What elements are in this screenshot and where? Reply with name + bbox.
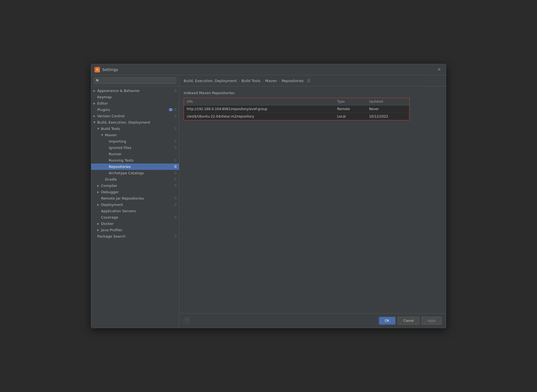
breadcrumb: Build, Execution, Deployment › Build Too… <box>179 75 446 86</box>
table-row[interactable]: http://192.168.0.104:8081/repository/eve… <box>184 105 409 113</box>
breadcrumb-part-2: Build Tools <box>242 79 261 83</box>
sidebar-item-keymap[interactable]: Keymap <box>91 94 179 100</box>
section-title: Indexed Maven Repositories: <box>184 91 441 95</box>
breadcrumb-icon: ☰ <box>307 79 310 83</box>
main-content: 🔍 ▶ Appearance & Behavior ☰ Keymap <box>91 75 446 328</box>
repo-table: URL Type Updated http://192.168.0.104:80… <box>184 98 409 120</box>
sidebar-item-label: Deployment <box>101 203 173 207</box>
settings-icon: ☰ <box>174 108 177 111</box>
table-row[interactable]: //wsl$/Ubuntu-22.04/data/.m2/repository … <box>184 113 409 120</box>
sidebar-item-label: Docker <box>101 222 177 226</box>
arrow-icon: ▼ <box>93 121 97 124</box>
breadcrumb-sep-3: › <box>279 79 280 83</box>
settings-icon: ☰ <box>174 216 177 219</box>
sidebar-item-label: Compiler <box>101 184 173 188</box>
repo-type-2: Local <box>334 113 366 120</box>
title-bar: ⚙ Settings ✕ <box>91 64 446 75</box>
sidebar-item-label: Ignored Files <box>109 146 173 150</box>
settings-icon: ☰ <box>174 197 177 200</box>
sidebar-item-ignored-files[interactable]: Ignored Files ☰ <box>91 145 179 151</box>
window-title: Settings <box>102 67 118 72</box>
sidebar-item-plugins[interactable]: Plugins 2 ☰ <box>91 107 179 113</box>
sidebar-item-version-control[interactable]: ▶ Version Control ☰ <box>91 113 179 119</box>
col-url: URL <box>184 98 334 105</box>
sidebar-item-maven[interactable]: ▼ Maven <box>91 132 179 138</box>
settings-icon: ☰ <box>174 235 177 238</box>
settings-icon: ☰ <box>174 146 177 149</box>
sidebar-item-build-tools[interactable]: ▼ Build Tools ☰ <box>91 126 179 132</box>
sidebar-item-repositories[interactable]: Repositories ☰ <box>91 164 179 170</box>
sidebar-item-label: Repositories <box>109 165 173 169</box>
settings-icon: ☰ <box>174 114 177 118</box>
help-button[interactable]: ? <box>184 318 190 324</box>
table-and-update: URL Type Updated http://192.168.0.104:80… <box>184 98 441 120</box>
repo-table-wrap: URL Type Updated http://192.168.0.104:80… <box>184 98 409 120</box>
close-button[interactable]: ✕ <box>436 66 443 73</box>
sidebar-item-archetype-catalogs[interactable]: Archetype Catalogs ☰ <box>91 170 179 176</box>
col-type: Type <box>334 98 366 105</box>
sidebar-item-build-execution-deployment[interactable]: ▼ Build, Execution, Deployment <box>91 119 179 126</box>
sidebar-item-running-tests[interactable]: Running Tests ☰ <box>91 157 179 164</box>
arrow-icon: ▶ <box>93 115 97 118</box>
sidebar-item-gradle[interactable]: Gradle ☰ <box>91 176 179 183</box>
arrow-icon: ▼ <box>101 134 105 137</box>
sidebar-item-label: Editor <box>97 101 177 105</box>
nav-back-button[interactable]: ← <box>426 78 433 83</box>
cancel-button[interactable]: Cancel <box>398 317 419 325</box>
settings-icon: ☰ <box>174 178 177 181</box>
sidebar-item-deployment[interactable]: ▶ Deployment ☰ <box>91 202 179 208</box>
repo-updated-2: 10/12/2022 <box>366 113 409 120</box>
col-updated: Updated <box>366 98 409 105</box>
app-icon: ⚙ <box>94 67 100 72</box>
table-header-row: URL Type Updated <box>184 98 409 105</box>
sidebar-item-label: Java Profiler <box>101 228 177 232</box>
panel-body: Indexed Maven Repositories: URL Type Upd… <box>179 86 446 313</box>
apply-button[interactable]: Apply <box>422 317 441 325</box>
settings-icon: ☰ <box>174 89 177 92</box>
sidebar-item-label: Build Tools <box>101 127 173 131</box>
action-buttons: OK Cancel Apply <box>379 317 441 325</box>
sidebar-item-application-servers[interactable]: Application Servers <box>91 208 179 214</box>
sidebar-item-importing[interactable]: Importing ☰ <box>91 138 179 145</box>
sidebar-item-coverage[interactable]: Coverage ☰ <box>91 214 179 220</box>
sidebar-item-label: Debugger <box>101 190 177 194</box>
sidebar-item-label: Package Search <box>97 234 173 238</box>
sidebar-item-debugger[interactable]: ▶ Debugger <box>91 189 179 195</box>
sidebar-item-label: Plugins <box>97 108 167 112</box>
sidebar-item-label: Appearance & Behavior <box>97 89 173 93</box>
bottom-bar: ? OK Cancel Apply <box>179 313 446 328</box>
sidebar: 🔍 ▶ Appearance & Behavior ☰ Keymap <box>91 75 179 328</box>
arrow-icon: ▶ <box>93 102 97 105</box>
sidebar-item-label: Application Servers <box>101 209 177 213</box>
sidebar-item-editor[interactable]: ▶ Editor <box>91 100 179 107</box>
sidebar-item-package-search[interactable]: Package Search ☰ <box>91 233 179 239</box>
sidebar-item-appearance-behavior[interactable]: ▶ Appearance & Behavior ☰ <box>91 88 179 94</box>
settings-icon: ☰ <box>174 159 177 162</box>
settings-icon: ☰ <box>174 127 177 130</box>
settings-window: ⚙ Settings ✕ 🔍 ▶ Appearance & Behavior ☰ <box>91 64 446 328</box>
arrow-icon: ▶ <box>97 203 101 206</box>
sidebar-item-runner[interactable]: Runner <box>91 151 179 157</box>
ok-button[interactable]: OK <box>379 317 395 325</box>
repo-url-1: http://192.168.0.104:8081/repository/eve… <box>184 105 334 113</box>
sidebar-item-label: Coverage <box>101 215 173 219</box>
arrow-icon: ▶ <box>97 228 101 232</box>
repo-url-2: //wsl$/Ubuntu-22.04/data/.m2/repository <box>184 113 334 120</box>
repo-type-1: Remote <box>334 105 366 113</box>
settings-icon: ☰ <box>174 203 177 206</box>
search-input[interactable] <box>94 77 176 84</box>
plugins-badge: 2 <box>169 108 173 111</box>
settings-icon: ☰ <box>174 171 177 175</box>
arrow-icon: ▶ <box>97 190 101 194</box>
search-box: 🔍 <box>91 75 179 86</box>
nav-forward-button[interactable]: → <box>434 78 441 83</box>
sidebar-item-compiler[interactable]: ▶ Compiler ☰ <box>91 183 179 189</box>
breadcrumb-sep-2: › <box>262 79 263 83</box>
search-icon: 🔍 <box>96 79 100 83</box>
sidebar-item-java-profiler[interactable]: ▶ Java Profiler <box>91 227 179 233</box>
settings-icon: ☰ <box>174 184 177 187</box>
sidebar-item-remote-jar-repositories[interactable]: Remote Jar Repositories ☰ <box>91 195 179 202</box>
breadcrumb-sep-1: › <box>238 79 240 83</box>
arrow-icon: ▶ <box>97 222 101 225</box>
sidebar-item-docker[interactable]: ▶ Docker <box>91 220 179 227</box>
